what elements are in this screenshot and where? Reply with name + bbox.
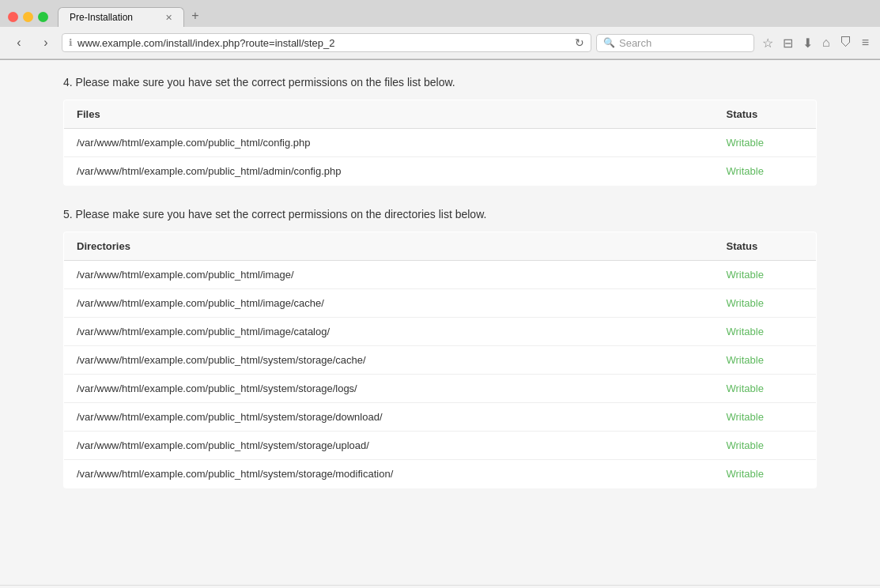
bookmark-icon[interactable]: ☆ [759,34,776,52]
dirs-status-col-header: Status [714,232,817,261]
table-row: /var/www/html/example.com/public_html/co… [64,129,817,157]
close-window-button[interactable] [8,12,18,22]
minimize-window-button[interactable] [23,12,33,22]
reload-button[interactable]: ↻ [575,36,584,49]
address-text: www.example.com/install/index.php?route=… [77,37,570,49]
table-row: /var/www/html/example.com/public_html/im… [64,289,817,318]
shield-icon[interactable]: ⛉ [837,34,855,51]
dir-status: Writable [714,432,817,460]
file-status: Writable [714,129,817,157]
file-path: /var/www/html/example.com/public_html/ad… [64,157,714,186]
section5-description: 5. Please make sure you have set the cor… [63,208,817,220]
back-nav-button[interactable]: ‹ [8,32,30,54]
dir-path: /var/www/html/example.com/public_html/sy… [64,375,714,403]
window-controls [8,12,48,22]
tab-close-icon[interactable]: ✕ [165,13,172,23]
reader-icon[interactable]: ⊟ [780,34,796,52]
title-bar: Pre-Installation ✕ + [0,0,880,27]
table-row: /var/www/html/example.com/public_html/sy… [64,375,817,403]
dir-path: /var/www/html/example.com/public_html/sy… [64,403,714,432]
dir-status: Writable [714,289,817,318]
dir-path: /var/www/html/example.com/public_html/im… [64,289,714,318]
dir-status: Writable [714,318,817,346]
table-row: /var/www/html/example.com/public_html/sy… [64,432,817,460]
table-row: /var/www/html/example.com/public_html/im… [64,261,817,289]
table-row: /var/www/html/example.com/public_html/sy… [64,403,817,432]
active-tab[interactable]: Pre-Installation ✕ [58,7,184,27]
dir-path: /var/www/html/example.com/public_html/sy… [64,460,714,488]
browser-chrome: Pre-Installation ✕ + ‹ › ℹ www.example.c… [0,0,880,60]
dirs-permissions-table: Directories Status /var/www/html/example… [63,232,817,488]
table-row: /var/www/html/example.com/public_html/im… [64,318,817,346]
maximize-window-button[interactable] [38,12,48,22]
address-bar[interactable]: ℹ www.example.com/install/index.php?rout… [62,33,591,52]
dir-status: Writable [714,261,817,289]
files-col-header: Files [64,100,714,129]
search-bar-container[interactable]: 🔍 Search [596,34,754,52]
dir-path: /var/www/html/example.com/public_html/im… [64,318,714,346]
table-row: /var/www/html/example.com/public_html/sy… [64,346,817,375]
home-icon[interactable]: ⌂ [819,34,833,51]
table-row: /var/www/html/example.com/public_html/ad… [64,157,817,186]
dir-status: Writable [714,460,817,488]
nav-bar: ‹ › ℹ www.example.com/install/index.php?… [0,27,880,59]
page-content: 4. Please make sure you have set the cor… [0,60,880,585]
dir-status: Writable [714,346,817,375]
bottom-bar: BACK CONTINUE [0,585,880,588]
menu-icon[interactable]: ≡ [859,34,872,51]
nav-icons: ☆ ⊟ ⬇ ⌂ ⛉ ≡ [759,34,872,52]
dir-status: Writable [714,403,817,432]
download-icon[interactable]: ⬇ [799,34,816,52]
file-path: /var/www/html/example.com/public_html/co… [64,129,714,157]
dir-status: Writable [714,375,817,403]
tab-label: Pre-Installation [70,12,133,23]
dir-path: /var/www/html/example.com/public_html/sy… [64,432,714,460]
info-icon: ℹ [69,37,73,48]
forward-nav-button[interactable]: › [35,32,57,54]
dirs-col-header: Directories [64,232,714,261]
files-status-col-header: Status [714,100,817,129]
dir-path: /var/www/html/example.com/public_html/im… [64,261,714,289]
tab-bar: Pre-Installation ✕ + [58,6,205,27]
search-placeholder-text: Search [619,37,652,49]
files-permissions-table: Files Status /var/www/html/example.com/p… [63,100,817,186]
section4-description: 4. Please make sure you have set the cor… [63,76,817,89]
dir-path: /var/www/html/example.com/public_html/sy… [64,346,714,375]
search-icon: 🔍 [603,37,615,48]
table-row: /var/www/html/example.com/public_html/sy… [64,460,817,488]
new-tab-button[interactable]: + [186,6,205,25]
file-status: Writable [714,157,817,186]
